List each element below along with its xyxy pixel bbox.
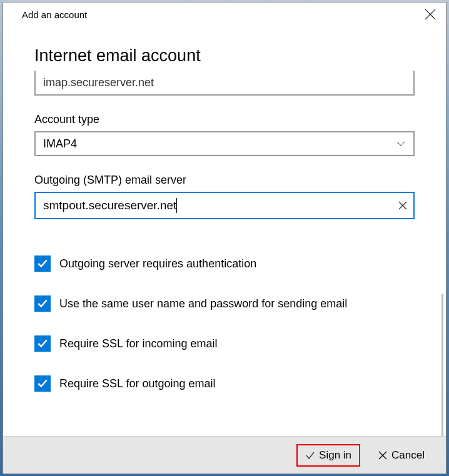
checkbox-same[interactable] [34, 295, 51, 312]
checkbox-row-ssl-in[interactable]: Require SSL for incoming email [34, 335, 415, 352]
titlebar: Add an account [3, 2, 446, 25]
checkbox-row-auth[interactable]: Outgoing server requires authentication [34, 255, 415, 272]
checkmark-icon [37, 298, 48, 309]
add-account-dialog: Add an account Internet email account im… [3, 2, 446, 474]
incoming-server-input[interactable]: imap.secureserver.net [34, 71, 415, 96]
checkbox-auth-label: Outgoing server requires authentication [59, 257, 256, 270]
checkmark-icon [37, 338, 48, 349]
checkmark-icon [305, 450, 315, 460]
sign-in-label: Sign in [319, 449, 351, 462]
close-icon[interactable] [425, 9, 436, 20]
clear-input-icon[interactable] [398, 201, 407, 210]
account-type-label: Account type [34, 113, 415, 126]
checkbox-auth[interactable] [34, 255, 51, 272]
sign-in-button[interactable]: Sign in [296, 444, 360, 467]
outgoing-server-label: Outgoing (SMTP) email server [34, 174, 415, 187]
incoming-server-value: imap.secureserver.net [43, 76, 154, 89]
dialog-title: Add an account [22, 9, 87, 20]
checkmark-icon [37, 378, 48, 389]
close-icon [378, 450, 388, 460]
checkmark-icon [37, 258, 48, 269]
page-heading: Internet email account [34, 46, 415, 66]
dialog-content: Internet email account imap.secureserver… [3, 25, 446, 436]
account-type-select[interactable]: IMAP4 [34, 131, 415, 156]
scrollbar[interactable] [441, 294, 443, 436]
outgoing-server-value: smtpout.secureserver.net [43, 199, 176, 212]
checkbox-same-label: Use the same user name and password for … [59, 297, 347, 310]
account-type-value: IMAP4 [43, 137, 77, 151]
dialog-footer: Sign in Cancel [3, 436, 446, 474]
cancel-label: Cancel [391, 449, 425, 462]
checkbox-ssl-out[interactable] [34, 375, 51, 392]
checkbox-row-same[interactable]: Use the same user name and password for … [34, 295, 415, 312]
checkbox-ssl-in-label: Require SSL for incoming email [59, 337, 217, 350]
cancel-button[interactable]: Cancel [370, 445, 432, 465]
checkbox-row-ssl-out[interactable]: Require SSL for outgoing email [34, 375, 415, 392]
outgoing-server-input[interactable]: smtpout.secureserver.net [34, 192, 415, 219]
checkbox-ssl-out-label: Require SSL for outgoing email [59, 377, 215, 390]
chevron-down-icon [396, 139, 406, 149]
text-caret [176, 198, 177, 213]
checkbox-ssl-in[interactable] [34, 335, 51, 352]
